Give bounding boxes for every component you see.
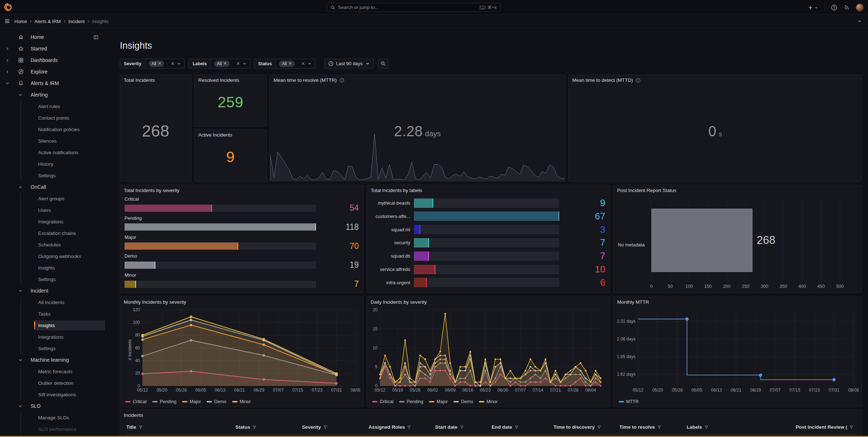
- filter-funnel-icon[interactable]: [514, 425, 519, 429]
- sidebar-item-alert-rules[interactable]: Alert rules: [21, 101, 108, 112]
- info-icon[interactable]: [339, 78, 344, 83]
- legend-item-minor[interactable]: Minor: [232, 399, 251, 404]
- filter-funnel-icon[interactable]: [407, 425, 411, 429]
- panel-title[interactable]: Resolved Incidents: [198, 77, 239, 83]
- remove-value-icon[interactable]: ✕: [289, 62, 292, 66]
- sidebar-item-metric-forecasts[interactable]: Metric forecasts: [21, 366, 108, 377]
- sidebar-item-explore[interactable]: Explore: [0, 66, 108, 77]
- filter-funnel-icon[interactable]: [657, 425, 661, 429]
- legend-item-critical[interactable]: Critical: [372, 399, 393, 404]
- dock-menu-icon[interactable]: [93, 35, 99, 40]
- user-avatar[interactable]: [856, 4, 864, 12]
- sidebar-item-incident[interactable]: Incident: [0, 285, 108, 296]
- sidebar-item-starred[interactable]: Starred: [0, 43, 108, 54]
- column-header-assigned-roles[interactable]: Assigned Roles: [369, 424, 411, 430]
- sidebar-item-alerting[interactable]: Alerting: [0, 89, 108, 101]
- panel-title[interactable]: Post Incident Report Status: [617, 188, 676, 193]
- column-header-time-to-resolve[interactable]: Time to resolve: [619, 424, 661, 430]
- sidebar-item-manage-slos[interactable]: Manage SLOs: [21, 412, 108, 423]
- panel-title[interactable]: Total Incidents by labels: [371, 188, 422, 193]
- sidebar-item-integrations[interactable]: Integrations: [21, 331, 108, 343]
- filter-funnel-icon[interactable]: [252, 425, 257, 429]
- sidebar-item-insights[interactable]: Insights: [21, 320, 108, 331]
- menu-toggle-button[interactable]: [4, 18, 10, 24]
- filter-funnel-icon[interactable]: [704, 425, 709, 429]
- panel-title[interactable]: Daily Incidents by severity: [371, 299, 427, 305]
- sidebar-item-machine-learning[interactable]: Machine learning: [0, 354, 108, 366]
- legend-item-minor[interactable]: Minor: [479, 399, 498, 404]
- column-header-start-date[interactable]: Start date: [435, 424, 464, 430]
- sidebar-item-tasks[interactable]: Tasks: [21, 308, 108, 320]
- sidebar-item-dashboards[interactable]: Dashboards: [0, 54, 108, 66]
- clear-filter-icon[interactable]: ✕: [301, 61, 305, 66]
- sidebar-item-escalation-chains[interactable]: Escalation chains: [21, 227, 108, 239]
- news-button[interactable]: [844, 4, 850, 10]
- sidebar-item-active-notifications[interactable]: Active notifications: [21, 147, 108, 158]
- column-header-post-incident-review-[interactable]: Post Incident Review (: [796, 424, 854, 430]
- legend-item-mttr[interactable]: MTTR: [619, 399, 639, 404]
- sidebar-item-home[interactable]: Home: [0, 31, 108, 43]
- grafana-logo-icon[interactable]: [4, 3, 12, 12]
- sidebar-item-alerts-irm[interactable]: Alerts & IRM: [0, 77, 108, 89]
- filter-funnel-icon[interactable]: [323, 425, 327, 429]
- legend-item-major[interactable]: Major: [182, 399, 201, 404]
- sidebar-item-insights[interactable]: Insights: [21, 262, 108, 273]
- sidebar-item-sift-investigations[interactable]: Sift investigations: [21, 389, 108, 400]
- sidebar-item-notification-policies[interactable]: Notification policies: [21, 124, 108, 135]
- column-header-status[interactable]: Status: [235, 424, 257, 430]
- sidebar-item-users[interactable]: Users: [21, 204, 108, 216]
- filter-value-chip[interactable]: All✕: [149, 61, 164, 67]
- breadcrumb-item[interactable]: Insights: [92, 19, 108, 24]
- sidebar-item-silences[interactable]: Silences: [21, 135, 108, 147]
- filter-funnel-icon[interactable]: [139, 425, 143, 429]
- collapse-section-button[interactable]: [857, 19, 862, 24]
- column-header-title[interactable]: Title: [126, 424, 143, 430]
- sidebar-item-outlier-detection[interactable]: Outlier detection: [21, 377, 108, 389]
- sidebar-item-outgoing-webhooks[interactable]: Outgoing webhooks: [21, 250, 108, 262]
- legend-item-demo[interactable]: Demo: [207, 399, 226, 404]
- zoom-out-button[interactable]: [378, 59, 388, 68]
- legend-item-major[interactable]: Major: [429, 399, 448, 404]
- clear-filter-icon[interactable]: ✕: [236, 61, 240, 66]
- panel-title[interactable]: Incidents: [124, 413, 143, 418]
- add-button[interactable]: [808, 5, 818, 10]
- remove-value-icon[interactable]: ✕: [223, 62, 227, 66]
- filter-funnel-icon[interactable]: [849, 425, 854, 429]
- sidebar-item-integrations[interactable]: Integrations: [21, 216, 108, 227]
- time-range-picker[interactable]: Last 90 days: [324, 59, 374, 68]
- column-header-time-to-discovery[interactable]: Time to discovery: [553, 424, 601, 430]
- sidebar-item-contact-points[interactable]: Contact points: [21, 112, 108, 124]
- panel-title[interactable]: Mean time to detect (MTTD): [572, 77, 641, 83]
- info-icon[interactable]: [636, 78, 641, 83]
- sidebar-item-schedules[interactable]: Schedules: [21, 239, 108, 250]
- sidebar-item-all-incidents[interactable]: All Incidents: [21, 296, 108, 308]
- filter-value-chip[interactable]: All✕: [279, 61, 295, 67]
- panel-title[interactable]: Monthly MTTR: [617, 299, 649, 305]
- remove-value-icon[interactable]: ✕: [158, 62, 161, 66]
- column-header-severity[interactable]: Severity: [302, 424, 327, 430]
- panel-title[interactable]: Active Incidents: [198, 132, 232, 138]
- sidebar-item-oncall[interactable]: OnCall: [0, 181, 108, 193]
- column-header-end-date[interactable]: End date: [492, 424, 519, 430]
- column-header-labels[interactable]: Labels: [687, 424, 709, 430]
- search-input[interactable]: Search or jump to... ⌘+k: [327, 3, 500, 12]
- filter-funnel-icon[interactable]: [597, 425, 601, 429]
- clear-filter-icon[interactable]: ✕: [171, 61, 175, 66]
- panel-title[interactable]: Mean time to resolve (MTTR): [273, 77, 344, 83]
- legend-item-demo[interactable]: Demo: [453, 399, 473, 404]
- panel-title[interactable]: Total Incidents by severity: [124, 188, 180, 193]
- sidebar-item-settings[interactable]: Settings: [21, 273, 108, 285]
- help-button[interactable]: [831, 4, 837, 11]
- sidebar-item-settings[interactable]: Settings: [21, 343, 108, 354]
- sidebar-item-history[interactable]: History: [21, 158, 108, 170]
- filter-value-chip[interactable]: All✕: [214, 61, 230, 67]
- sidebar-item-slo-performance[interactable]: SLO performance: [21, 423, 108, 435]
- breadcrumb-item[interactable]: Home: [14, 19, 27, 24]
- breadcrumb-item[interactable]: Incident: [68, 19, 85, 24]
- legend-item-pending[interactable]: Pending: [152, 399, 176, 404]
- sidebar-item-alert-groups[interactable]: Alert groups: [21, 193, 108, 204]
- panel-title[interactable]: Total Incidents: [124, 77, 155, 83]
- sidebar-item-settings[interactable]: Settings: [21, 170, 108, 181]
- panel-title[interactable]: Monthly Incidents by severity: [124, 299, 186, 305]
- legend-item-pending[interactable]: Pending: [399, 399, 423, 404]
